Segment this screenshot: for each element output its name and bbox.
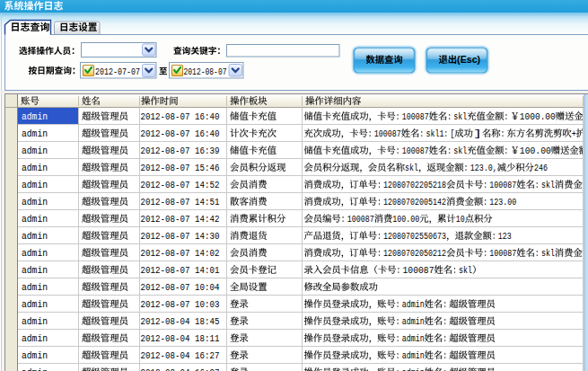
svg-text:2012-08-07 16:39: 2012-08-07 16:39 [141, 146, 220, 156]
svg-text:admin: admin [22, 111, 48, 122]
svg-text:admin: admin [402, 299, 425, 310]
svg-text:100087: 100087 [489, 180, 516, 190]
svg-text:admin: admin [22, 146, 48, 156]
svg-text:1000.00: 1000.00 [520, 111, 556, 122]
svg-text:+: + [572, 128, 576, 139]
svg-text:admin: admin [22, 128, 48, 139]
svg-text:2012-08-07: 2012-08-07 [184, 66, 227, 77]
svg-text:10: 10 [456, 214, 465, 225]
svg-text:(Esc): (Esc) [457, 54, 480, 65]
svg-text:2012-08-04 18:45: 2012-08-04 18:45 [141, 316, 220, 327]
svg-text:100087: 100087 [403, 265, 434, 276]
svg-text:skl: skl [459, 265, 472, 276]
svg-text:admin: admin [22, 299, 48, 310]
svg-text:2012-08-07 10:04: 2012-08-07 10:04 [141, 282, 220, 293]
svg-text:admin: admin [22, 231, 48, 242]
svg-text:skl: skl [453, 146, 467, 156]
svg-text:100087: 100087 [374, 128, 401, 139]
svg-text:admin: admin [402, 333, 425, 344]
svg-text:admin: admin [22, 316, 48, 327]
svg-text:admin: admin [22, 248, 48, 259]
svg-text:2012-08-07 15:46: 2012-08-07 15:46 [141, 163, 220, 173]
svg-text:2012-08-04 16:27: 2012-08-04 16:27 [141, 367, 220, 371]
svg-text:100087: 100087 [402, 146, 429, 156]
svg-text:admin: admin [22, 214, 48, 225]
svg-text:100087: 100087 [347, 214, 374, 225]
svg-text:123: 123 [498, 231, 512, 242]
svg-text:12080702005142: 12080702005142 [383, 197, 446, 208]
svg-text:skl: skl [453, 111, 467, 122]
svg-text:admin: admin [22, 180, 48, 190]
svg-text:admin: admin [22, 350, 48, 361]
svg-text:12080702550673: 12080702550673 [383, 231, 446, 242]
svg-text:2012-08-07 14:30: 2012-08-07 14:30 [141, 231, 220, 242]
svg-text:2012-07-07: 2012-07-07 [95, 66, 140, 77]
svg-text:[: [ [450, 128, 454, 139]
svg-text:skl: skl [541, 180, 555, 190]
svg-text:]: ] [473, 128, 482, 139]
svg-text:2012-08-07 14:51: 2012-08-07 14:51 [141, 197, 220, 208]
svg-text:2012-08-07 14:52: 2012-08-07 14:52 [141, 180, 220, 190]
svg-text:2012-08-07 16:40: 2012-08-07 16:40 [141, 128, 220, 139]
svg-text:skl: skl [541, 248, 555, 259]
svg-text:2012-08-07 14:42: 2012-08-07 14:42 [141, 214, 220, 225]
svg-text:2012-08-07 16:40: 2012-08-07 16:40 [141, 111, 220, 122]
svg-text:246: 246 [534, 163, 548, 173]
svg-text:admin: admin [22, 333, 48, 344]
svg-text:skl1: skl1 [426, 128, 443, 139]
svg-text:2012-08-04 18:11: 2012-08-04 18:11 [141, 333, 220, 344]
svg-text:2012-08-07 10:03: 2012-08-07 10:03 [141, 299, 220, 310]
svg-text:admin: admin [22, 282, 48, 293]
svg-text:12080702050212: 12080702050212 [383, 248, 446, 259]
svg-text:100087: 100087 [402, 111, 429, 122]
svg-text:skl: skl [405, 163, 418, 173]
svg-text:admin: admin [402, 316, 425, 327]
svg-text:123.0,: 123.0, [470, 163, 497, 173]
svg-text:admin: admin [22, 163, 48, 173]
svg-text:admin: admin [402, 350, 425, 361]
svg-text:2012-08-07 14:01: 2012-08-07 14:01 [141, 265, 220, 276]
svg-text:123.00: 123.00 [489, 197, 516, 208]
svg-text:admin: admin [22, 367, 48, 371]
svg-text:100.00: 100.00 [520, 146, 551, 156]
svg-text:admin: admin [22, 197, 48, 208]
svg-text:12080702205218: 12080702205218 [383, 180, 446, 190]
svg-text:admin: admin [402, 367, 425, 371]
svg-text:100087: 100087 [489, 248, 516, 259]
svg-text:admin: admin [22, 265, 48, 276]
svg-text:2012-08-07 14:02: 2012-08-07 14:02 [141, 248, 220, 259]
svg-text:2012-08-04 16:27: 2012-08-04 16:27 [141, 350, 220, 361]
svg-text:100.00: 100.00 [392, 214, 419, 225]
